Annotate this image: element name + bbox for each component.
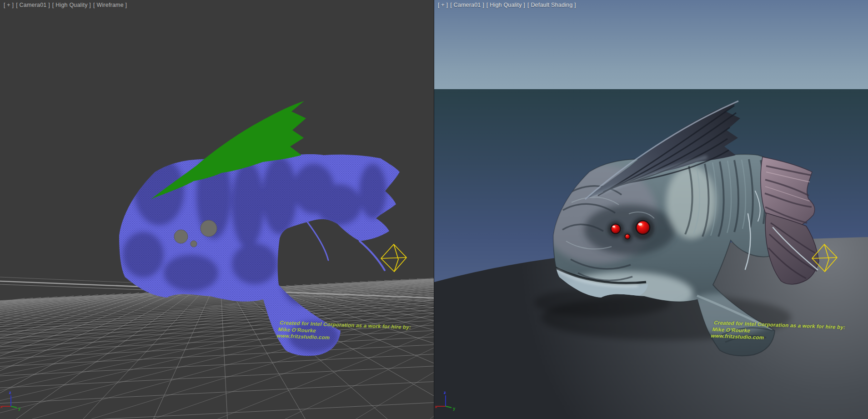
viewport-label-right: [ + ][ Camera01 ][ High Quality ][ Defau… [438, 2, 578, 8]
wireframe-canvas: x y z [0, 0, 434, 419]
viewport-wireframe[interactable]: x y z [ + ][ Camera01 ][ High Quality ][… [0, 0, 434, 419]
shaded-canvas: x y z [434, 0, 868, 419]
viewport-label-left: [ + ][ Camera01 ][ High Quality ][ Wiref… [4, 2, 129, 8]
viewport-menu-camera[interactable]: [ Camera01 ] [16, 2, 50, 8]
axis-z-label: z [9, 390, 11, 395]
axis-y-label: y [453, 406, 456, 411]
sky [434, 0, 868, 89]
viewport-menu-general[interactable]: [ + ] [438, 2, 448, 8]
viewport-menu-general[interactable]: [ + ] [4, 2, 14, 8]
viewport-divider[interactable] [434, 0, 434, 419]
axis-x-label: x [435, 404, 437, 409]
viewport-shaded[interactable]: x y z [ + ][ Camera01 ][ High Quality ][… [434, 0, 868, 419]
viewport-split-container: x y z [ + ][ Camera01 ][ High Quality ][… [0, 0, 868, 419]
viewport-menu-quality[interactable]: [ High Quality ] [487, 2, 525, 8]
viewport-menu-shading[interactable]: [ Default Shading ] [527, 2, 576, 8]
viewport-menu-shading[interactable]: [ Wireframe ] [93, 2, 127, 8]
eye-highlight [638, 223, 642, 226]
viewport-menu-camera[interactable]: [ Camera01 ] [450, 2, 484, 8]
viewport-menu-quality[interactable]: [ High Quality ] [52, 2, 91, 8]
axis-y-label: y [18, 406, 21, 411]
axis-z-label: z [444, 390, 446, 395]
axis-x-label: x [0, 404, 3, 409]
